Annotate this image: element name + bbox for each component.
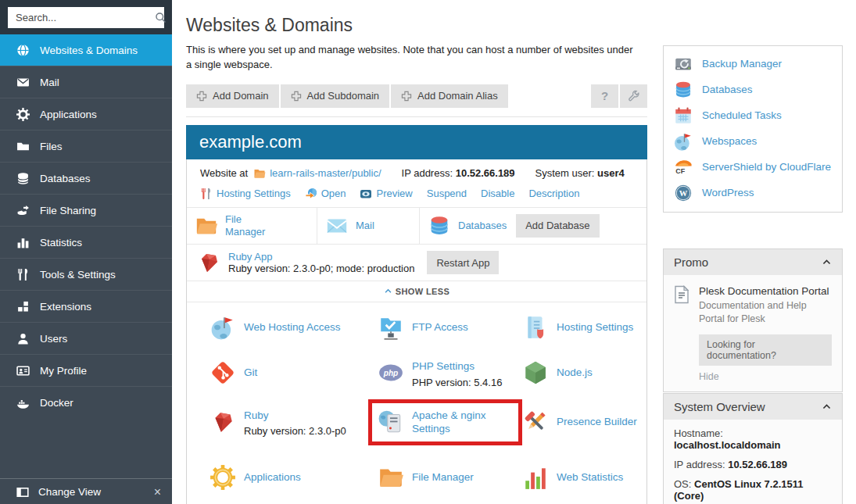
quick-tools-row: File Manager Mail Databases Add Database [187, 207, 646, 245]
feature-nodejs[interactable]: Node.js [522, 359, 646, 389]
sidebar-item-users[interactable]: Users [0, 322, 172, 354]
search-icon[interactable] [155, 12, 167, 23]
yellow-gear-icon [210, 464, 236, 491]
sidebar-item-applications[interactable]: Applications [0, 98, 172, 130]
ruby-gem-icon [210, 409, 236, 435]
feature-ftp-access[interactable]: FTP Access [378, 314, 522, 341]
databases-tool: Databases Add Database [420, 208, 646, 245]
open-link[interactable]: Open [305, 188, 346, 200]
search-input[interactable] [14, 11, 155, 24]
sidebar-item-label: Databases [40, 173, 91, 184]
webspaces-item[interactable]: Webspaces [673, 131, 833, 152]
servershield-item[interactable]: ServerShield by CloudFlare [673, 157, 833, 177]
search-box[interactable] [8, 7, 164, 28]
sidebar: Websites & Domains Mail Applications Fil… [0, 0, 172, 504]
promo-title: Promo [674, 256, 708, 269]
ftp-folder-icon [378, 314, 404, 341]
databases-item[interactable]: Databases [673, 80, 833, 100]
show-less-toggle[interactable]: SHOW LESS [187, 281, 646, 302]
feature-web-hosting-access[interactable]: Web Hosting Access [210, 314, 378, 341]
chevron-up-icon[interactable] [822, 402, 832, 412]
promo-hide-link[interactable]: Hide [699, 371, 832, 382]
add-database-button[interactable]: Add Database [516, 214, 599, 238]
user-icon [16, 332, 30, 345]
feature-applications[interactable]: Applications [210, 464, 378, 491]
ip-row: IP address: 10.52.66.189 [674, 459, 832, 470]
feature-web-statistics[interactable]: Web Statistics [522, 464, 646, 491]
sidebar-item-statistics[interactable]: Statistics [0, 226, 172, 258]
plus-icon [196, 91, 207, 102]
settings-wrench-button[interactable] [620, 84, 647, 108]
cloudflare-icon [673, 157, 693, 177]
description-link[interactable]: Description [528, 188, 579, 199]
ip-value: 10.52.66.189 [728, 459, 787, 470]
os-row: OS: CentOS Linux 7.2.1511 (Core) [674, 478, 832, 502]
ip-label: IP address: [402, 167, 453, 179]
add-domain-button[interactable]: Add Domain [186, 84, 279, 108]
php-icon [378, 359, 404, 386]
preview-link[interactable]: Preview [360, 188, 412, 200]
promo-item-subtitle: Documentation and Help Portal for Plesk [699, 299, 832, 326]
chevron-up-icon [384, 287, 392, 295]
mail-tool[interactable]: Mail [317, 208, 420, 245]
feature-ruby[interactable]: Ruby Ruby version: 2.3.0-p0 [210, 409, 378, 445]
system-overview-header[interactable]: System Overview [664, 394, 842, 420]
sidebar-item-docker[interactable]: Docker [0, 386, 172, 418]
gear-icon [16, 108, 30, 121]
globe-icon [16, 44, 30, 57]
feature-presence-builder[interactable]: Presence Builder [522, 409, 646, 445]
toolbar: Add Domain Add Subdomain Add Domain Alia… [186, 84, 647, 117]
feature-hosting-settings[interactable]: Hosting Settings [522, 314, 646, 341]
hosting-settings-link[interactable]: Hosting Settings [200, 188, 291, 200]
share-icon [16, 204, 30, 217]
feature-php-settings[interactable]: PHP Settings PHP version: 5.4.16 [378, 359, 522, 389]
promo-header[interactable]: Promo [664, 249, 842, 275]
change-view-bar[interactable]: Change View × [0, 478, 172, 504]
ip-value: 10.52.66.189 [456, 167, 515, 179]
page-description: This is where you set up and manage webs… [186, 43, 638, 73]
folder-icon [195, 214, 218, 238]
chevron-up-icon[interactable] [822, 257, 832, 267]
close-icon[interactable]: × [154, 486, 161, 499]
feature-grid: Web Hosting Access FTP Access Hosting Se… [187, 302, 646, 504]
sidebar-item-mail[interactable]: Mail [0, 66, 172, 98]
disable-link[interactable]: Disable [481, 188, 514, 199]
apache-nginx-icon [378, 409, 404, 435]
sidebar-item-tools-settings[interactable]: Tools & Settings [0, 258, 172, 290]
system-overview-box: System Overview Hostname: localhost.loca… [663, 393, 843, 504]
sidebar-item-file-sharing[interactable]: File Sharing [0, 194, 172, 226]
feature-apache-nginx: Apache & nginx Settings [378, 409, 522, 445]
feature-git[interactable]: Git [210, 359, 378, 389]
blocks-icon [16, 300, 30, 313]
sidebar-item-files[interactable]: Files [0, 130, 172, 162]
highlight-box[interactable]: Apache & nginx Settings [368, 399, 522, 445]
sidebar-item-label: Users [40, 333, 67, 345]
file-manager-tool[interactable]: File Manager [187, 208, 317, 245]
sidebar-item-websites-domains[interactable]: Websites & Domains [0, 34, 172, 66]
domain-info-row: Website at learn-rails-master/public/ IP… [187, 159, 646, 182]
feature-file-manager[interactable]: File Manager [378, 464, 522, 491]
sidebar-nav: Websites & Domains Mail Applications Fil… [0, 34, 172, 418]
add-domain-alias-button[interactable]: Add Domain Alias [391, 84, 508, 108]
help-button[interactable]: ? [591, 84, 618, 108]
sidebar-item-label: Mail [40, 77, 59, 88]
sidebar-item-label: Docker [40, 397, 73, 409]
restart-app-button[interactable]: Restart App [427, 251, 499, 274]
system-overview-title: System Overview [674, 400, 765, 413]
plus-icon [401, 91, 412, 102]
promo-cta-button[interactable]: Looking for documentation? [699, 334, 832, 366]
hostname-row: Hostname: localhost.localdomain [674, 427, 832, 451]
scheduled-tasks-item[interactable]: Scheduled Tasks [673, 105, 833, 126]
docroot-link[interactable]: learn-rails-master/public/ [270, 167, 381, 179]
sidebar-item-databases[interactable]: Databases [0, 162, 172, 194]
suspend-link[interactable]: Suspend [427, 188, 467, 199]
sidebar-item-my-profile[interactable]: My Profile [0, 354, 172, 386]
databases-link[interactable]: Databases [458, 220, 507, 232]
sidebar-item-extensions[interactable]: Extensions [0, 290, 172, 322]
promo-item-title[interactable]: Plesk Documentation Portal [699, 285, 832, 297]
backup-manager-item[interactable]: Backup Manager [673, 54, 833, 74]
wordpress-item[interactable]: WordPress [673, 183, 833, 203]
ruby-app-link[interactable]: Ruby App [228, 251, 414, 263]
database-icon [673, 80, 693, 100]
add-subdomain-button[interactable]: Add Subdomain [281, 84, 390, 108]
